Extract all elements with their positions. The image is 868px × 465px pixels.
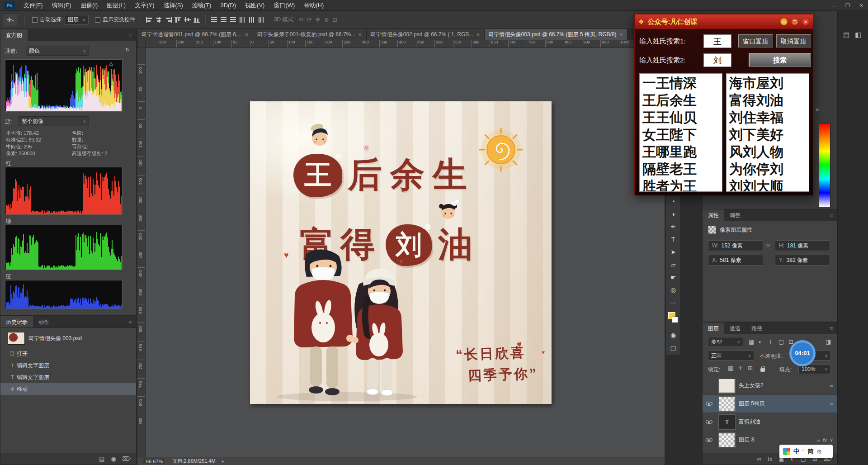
tab-layers[interactable]: 图层 [703,323,724,334]
dock-libraries-icon[interactable]: ▤ [843,31,849,39]
close-tab-icon[interactable]: ✕ [619,32,623,37]
status-flyout-icon[interactable]: ▸ [222,458,225,464]
cached-data-warning-icon[interactable]: ⚠ [109,61,113,67]
panel-menu-icon[interactable]: ≡ [826,209,837,221]
search1-input[interactable]: 王 [703,34,731,48]
distribute-right-icon[interactable] [258,17,265,23]
panel-menu-icon[interactable]: ≡ [124,29,136,41]
layer-name[interactable]: 图层 3 [739,436,754,444]
result-item[interactable]: 一王情深 [642,75,719,92]
background-color-swatch[interactable] [672,317,678,323]
search-button[interactable]: 搜索 [749,53,811,67]
menu-item[interactable]: 编辑(E) [47,0,76,10]
layer-row[interactable]: 图层 5拷贝 ∞ fx ∨ [703,395,837,413]
refresh-histogram-icon[interactable]: ↻ [125,47,130,53]
3d-drag-icon[interactable]: ✥ [316,16,321,23]
menu-item[interactable]: 帮助(H) [299,0,328,10]
y-field[interactable]: Y:382 像素 [775,255,830,266]
unpin-window-button[interactable]: 取消置顶 [776,34,811,48]
width-field[interactable]: W:152 像素 [708,240,763,251]
history-item-edit-text[interactable]: T 编辑文字图层 [0,360,136,371]
ime-simplified-indicator[interactable]: 简 [807,447,813,456]
result-item[interactable]: 隔壁老王 [642,161,719,178]
color-spectrum-ramp[interactable] [819,123,830,207]
tab-channels[interactable]: 通道 [724,323,746,334]
tab-properties[interactable]: 属性 [703,209,724,221]
filter-type-layers-icon[interactable]: T [769,338,772,345]
tab-paths[interactable]: 路径 [746,323,768,334]
x-field[interactable]: X:581 像素 [708,255,763,266]
horizontal-ruler[interactable]: 2502001501005005010015020025030035040045… [146,40,665,48]
blend-mode-select[interactable]: 正常∨ [708,351,754,361]
layer-row[interactable]: 富得刘油 ∞ fx ∨ [703,413,837,431]
align-right-icon[interactable] [165,17,172,23]
3d-roll-icon[interactable]: ⟳ [307,16,312,23]
window-maximize-button[interactable]: ❐ [791,18,798,25]
menu-item[interactable]: 选择(S) [159,0,187,10]
quick-mask-button[interactable]: ◉ [666,329,680,342]
align-center-horizontal-icon[interactable] [156,17,162,23]
search-window-titlebar[interactable]: ❖ 公众号:凡仁创课 — ❐ ✕ [635,14,813,29]
filter-shape-layers-icon[interactable]: ▢ [778,338,784,345]
auto-select-checkbox[interactable] [32,17,38,23]
distribute-middle-icon[interactable] [220,17,227,23]
link-layers-icon[interactable]: ∞ [757,456,761,462]
align-top-icon[interactable] [175,17,181,23]
layer-visibility-toggle[interactable] [703,413,716,431]
align-bottom-icon[interactable] [193,17,200,23]
minimize-button[interactable]: — [827,0,841,11]
pin-window-button[interactable]: 窗口置顶 [738,34,773,48]
result-item[interactable]: 胜者为王 [642,178,719,192]
layer-row[interactable]: 头上女孩2 ∞ fx ∨ [703,377,837,395]
document-tab[interactable]: 司宁情侣头像003.psd @ 66.7% (图层 5 拷贝, RGB/8) ✕ [485,29,627,40]
history-snapshot[interactable]: 司宁情侣头像 003.psd [0,331,136,346]
document-tab[interactable]: 司宁头像亲子001-恢复的.psd @ 66.7%... ✕ [253,29,367,40]
zoom-level-field[interactable]: 66.67% [143,458,166,465]
layer-style-icon[interactable]: fx [768,456,772,462]
recording-timer-badge[interactable]: 04:01 [789,340,816,366]
layer-name[interactable]: 富得刘油 [739,418,760,426]
3d-rotate-icon[interactable]: ⟲ [298,16,303,23]
hand-tool[interactable]: ☛ [666,271,680,284]
maximize-button[interactable]: ❐ [841,0,854,11]
ime-mode-indicator[interactable]: 中 [793,447,799,456]
tab-history[interactable]: 历史记录 [0,316,33,327]
height-field[interactable]: H:181 像素 [775,240,830,251]
result-item[interactable]: 刘住幸福 [729,109,806,126]
layer-visibility-toggle[interactable] [703,395,716,413]
new-snapshot-icon[interactable]: ◉ [111,456,116,462]
align-left-icon[interactable] [146,17,153,23]
ime-settings-icon[interactable]: ⚙ [816,448,822,455]
ime-punctuation-icon[interactable]: ” [802,448,804,455]
current-tool-icon[interactable]: ✛▾ [3,14,18,26]
history-item-move[interactable]: ✛ 移动 [0,383,136,395]
surname-search-window[interactable]: ❖ 公众号:凡仁创课 — ❐ ✕ 输入姓氏搜索1: 王 窗口置顶 取消置顶 输入… [634,14,813,195]
dodge-tool[interactable]: ◑ [666,208,680,220]
layer-thumbnail[interactable] [719,379,735,393]
3d-slide-icon[interactable]: ⊕ [324,16,329,23]
layer-filter-select[interactable]: 类型∨ [708,337,743,347]
vertical-ruler[interactable]: 1005005010015020025030035040045050055060… [137,48,146,457]
result-item[interactable]: 王后余生 [642,92,719,109]
tab-adjustments[interactable]: 调整 [724,209,746,221]
menu-item[interactable]: 滤镜(T) [188,0,216,10]
distribute-horizontal-icon[interactable] [211,17,217,23]
type-tool[interactable]: T [666,233,680,246]
lock-transparency-icon[interactable]: ▦ [728,365,733,371]
close-tab-icon[interactable]: ✕ [358,32,362,37]
zoom-tool[interactable]: ◎ [666,284,680,296]
layer-visibility-toggle[interactable] [703,377,716,394]
delete-state-icon[interactable]: ⌦ [123,456,131,462]
history-item-open[interactable]: ❐ 打开 [0,348,136,360]
layer-thumbnail[interactable] [719,433,735,447]
results-list-1[interactable]: 一王情深王后余生王王仙贝女王陛下王哪里跑隔壁老王胜者为王 [639,73,722,192]
menu-item[interactable]: 窗口(W) [269,0,299,10]
result-item[interactable]: 刘下美好 [729,126,806,143]
new-document-from-state-icon[interactable]: ▤ [99,456,104,462]
distribute-bottom-icon[interactable] [230,17,236,23]
ruler-origin[interactable] [137,40,146,48]
tab-histogram[interactable]: 直方图 [0,29,28,41]
auto-select-target-select[interactable]: 图层∨ [65,15,89,25]
search2-input[interactable]: 刘 [703,53,731,67]
menu-item[interactable]: 3D(D) [216,0,241,10]
